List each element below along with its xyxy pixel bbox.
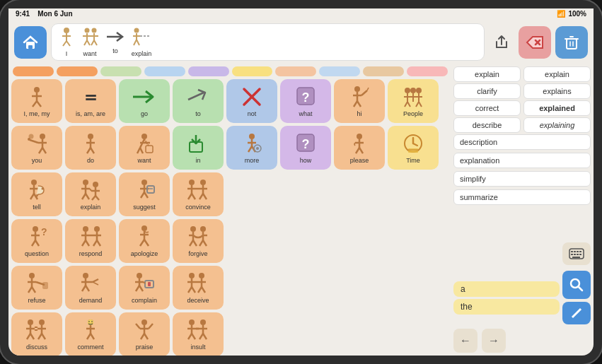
status-bar: 9:41 Mon 6 Jun 📶 100%: [8, 8, 594, 20]
home-button[interactable]: [14, 26, 47, 59]
color-swatch-5[interactable]: [188, 66, 229, 76]
cell-icon-insult: [186, 318, 210, 342]
backspace-button[interactable]: [519, 26, 551, 59]
word-btn-correct[interactable]: correct: [453, 100, 521, 116]
sentence-word-I: I: [59, 27, 74, 57]
color-swatch-8[interactable]: [319, 66, 360, 76]
svg-line-45: [354, 101, 357, 107]
word-chip-the[interactable]: the: [453, 299, 560, 315]
word-btn-describe[interactable]: describe: [453, 117, 521, 133]
word-btn-explain-1[interactable]: explain: [453, 66, 521, 82]
svg-line-136: [203, 194, 207, 199]
word-btn-summarize[interactable]: summarize: [453, 189, 591, 205]
cell-apologize[interactable]: apologize: [119, 219, 170, 263]
cell-insult[interactable]: insult: [173, 312, 224, 356]
cell-comment[interactable]: comment: [65, 312, 116, 356]
nav-arrow-left[interactable]: ←: [453, 329, 477, 353]
cell-go[interactable]: go: [119, 79, 170, 123]
cell-forgive[interactable]: forgive: [173, 219, 224, 263]
cell-complain[interactable]: complain: [119, 266, 170, 310]
keyboard-button[interactable]: [562, 242, 591, 265]
word-btn-explaining[interactable]: explaining: [523, 117, 591, 133]
svg-rect-244: [574, 254, 576, 255]
cell-label-respond: respond: [79, 250, 103, 258]
svg-point-144: [83, 226, 88, 232]
word-btn-clarify[interactable]: clarify: [453, 83, 521, 99]
svg-line-59: [407, 102, 410, 107]
share-button[interactable]: [489, 30, 514, 55]
cell-want[interactable]: want: [119, 126, 170, 170]
color-swatch-2[interactable]: [57, 66, 98, 76]
word-btn-explains[interactable]: explains: [523, 83, 591, 99]
svg-line-233: [188, 334, 192, 339]
svg-point-90: [256, 147, 259, 150]
cell-discuss[interactable]: discuss: [11, 312, 62, 356]
word-btn-explained[interactable]: explained: [523, 100, 591, 116]
cell-refuse[interactable]: refuse: [11, 266, 62, 310]
color-swatch-1[interactable]: [13, 66, 54, 76]
nav-arrow-right[interactable]: →: [482, 329, 506, 353]
cell-question[interactable]: ? question: [11, 219, 62, 263]
cell-you[interactable]: you: [11, 126, 62, 170]
cell-label-explain: explain: [81, 204, 101, 211]
svg-point-50: [416, 88, 422, 93]
sentence-label-to: to: [112, 47, 118, 54]
cell-icon-deceive: [186, 271, 210, 295]
svg-line-123: [141, 192, 144, 198]
cell-how[interactable]: ? how: [280, 126, 331, 170]
sentence-word-want: want: [80, 27, 100, 57]
cell-more[interactable]: more: [226, 126, 277, 170]
color-swatch-3[interactable]: [100, 66, 141, 76]
svg-point-183: [137, 273, 142, 278]
word-btn-explanation[interactable]: explanation: [453, 153, 591, 168]
trash-button[interactable]: [555, 26, 588, 59]
word-btn-explain-2[interactable]: explain: [523, 66, 591, 82]
cell-demand[interactable]: demand: [65, 266, 116, 310]
cell-not[interactable]: not: [226, 79, 277, 123]
cell-time[interactable]: Time: [388, 126, 439, 170]
word-chip-a[interactable]: a: [453, 281, 560, 297]
svg-line-181: [93, 279, 98, 282]
svg-line-225: [136, 324, 140, 329]
color-swatch-9[interactable]: [363, 66, 404, 76]
cell-people[interactable]: People: [388, 79, 439, 123]
svg-line-96: [356, 148, 359, 153]
search-button[interactable]: [562, 271, 591, 299]
svg-line-158: [144, 240, 149, 246]
pencil-button[interactable]: [562, 302, 591, 324]
cell-hi[interactable]: hi: [334, 79, 385, 123]
svg-line-142: [35, 240, 39, 246]
svg-line-118: [95, 196, 99, 200]
cell-please[interactable]: please: [334, 126, 385, 170]
word-btn-description[interactable]: description: [453, 134, 591, 150]
svg-line-48: [367, 88, 369, 90]
cell-is-am-are[interactable]: ＝ is, am, are: [65, 79, 116, 123]
cell-tell[interactable]: tell: [11, 172, 62, 216]
cell-icon-go: [132, 85, 157, 109]
color-swatch-7[interactable]: [275, 66, 316, 76]
cell-respond[interactable]: respond: [65, 219, 116, 263]
svg-line-196: [188, 287, 192, 293]
cell-in[interactable]: in: [173, 126, 224, 170]
svg-line-87: [248, 146, 252, 152]
cell-what[interactable]: ? what: [280, 79, 331, 123]
cell-label-do: do: [87, 157, 94, 165]
cell-convince[interactable]: convince: [173, 172, 224, 216]
svg-rect-26: [567, 39, 577, 49]
svg-point-108: [42, 188, 44, 190]
color-swatch-6[interactable]: [232, 66, 273, 76]
cell-i-me-my[interactable]: I, me, my: [11, 79, 62, 123]
svg-point-219: [91, 321, 93, 322]
cell-praise[interactable]: praise: [119, 312, 170, 356]
cell-suggest[interactable]: suggest: [119, 172, 170, 216]
color-swatch-4[interactable]: [144, 66, 185, 76]
word-btn-simplify[interactable]: simplify: [453, 171, 591, 187]
cell-to[interactable]: to: [173, 79, 224, 123]
color-swatch-10[interactable]: [407, 66, 448, 76]
cell-deceive[interactable]: deceive: [173, 266, 224, 310]
cell-do[interactable]: do: [65, 126, 116, 170]
svg-point-120: [141, 180, 147, 185]
svg-line-5: [63, 41, 66, 46]
battery: 100%: [568, 10, 586, 18]
cell-explain[interactable]: explain: [65, 172, 116, 216]
